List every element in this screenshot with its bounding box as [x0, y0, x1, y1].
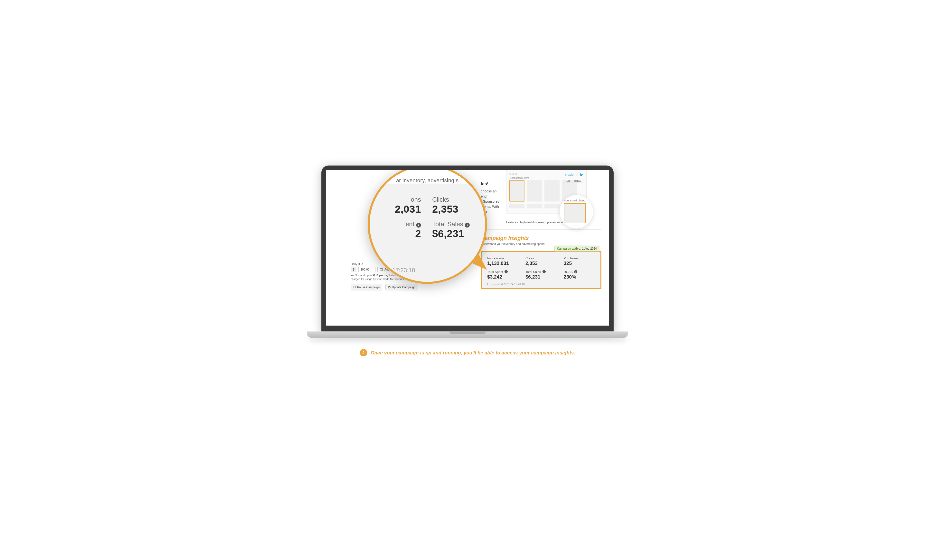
preview-card — [527, 204, 542, 208]
total-sales-label-text: Total Sales — [525, 270, 541, 274]
logo-a: trade — [565, 173, 573, 177]
zoom-card — [564, 203, 586, 223]
svg-rect-4 — [353, 286, 354, 288]
magnifier: ar inventory, advertising s ons 2,031 Cl… — [368, 170, 487, 284]
campaign-actions: Pause Campaign Update Campaign — [350, 284, 471, 290]
logo-b: me — [574, 173, 578, 177]
mag-impressions-label: ons — [382, 196, 421, 203]
total-sales-label: Total Salesi — [525, 270, 557, 274]
total-sales-value: $6,231 — [525, 274, 557, 280]
mag-spent: ent i 2 — [382, 220, 423, 240]
caption-text: Once your campaign is up and running, yo… — [370, 350, 576, 355]
step-badge: 4 — [360, 349, 367, 356]
info-icon[interactable]: i — [543, 270, 546, 274]
total-spent-label: Total Spenti — [487, 270, 518, 274]
clicks-label: Clicks — [525, 256, 557, 260]
purchases-label: Purchases — [564, 256, 595, 260]
insights-sub: Understand your inventory and advertisin… — [481, 242, 602, 246]
currency-prefix: $ — [350, 267, 356, 272]
metric-roas: ROASi 230% — [564, 270, 595, 280]
last-updated: Last updated: 2-09-24 17:23:10 — [487, 283, 595, 286]
preview-card — [545, 180, 560, 202]
mag-total-sales-label: Total Sales i — [432, 220, 473, 228]
mag-clicks-label: Clicks — [432, 196, 473, 203]
preview-wrap: trademe 🐦 ListGallery Sponsored Listing — [506, 170, 586, 224]
mag-clicks-value: 2,353 — [432, 203, 473, 215]
laptop-frame: Daily Bud $ 100.00 Aug-2024 You'll spend… — [321, 166, 614, 338]
mag-total-sales-label-text: Total Sales — [432, 220, 463, 228]
laptop-screen: Daily Bud $ 100.00 Aug-2024 You'll spend… — [326, 170, 609, 326]
tab-gallery[interactable]: Gallery — [572, 179, 583, 183]
mag-total-sales: Total Sales i $6,231 — [432, 220, 473, 240]
preview-zoom-circle: Sponsored Listing — [559, 195, 593, 229]
pause-icon — [353, 286, 356, 288]
metric-total-sales: Total Salesi $6,231 — [525, 270, 557, 280]
impressions-value: 1,132,031 — [487, 260, 518, 266]
update-label: Update Campaign — [392, 285, 416, 289]
mag-impressions-value: 2,031 — [382, 203, 421, 215]
right-column: les! choose an end r Sponsored ments. Wi… — [481, 170, 602, 321]
magnifier-grid: ons 2,031 Clicks 2,353 ent i 2 — [382, 196, 473, 240]
mag-clicks: Clicks 2,353 — [432, 196, 473, 215]
view-toggle[interactable]: ListGallery — [564, 179, 583, 183]
mag-spent-value: 2 — [382, 228, 421, 240]
laptop-bezel: Daily Bud $ 100.00 Aug-2024 You'll spend… — [321, 166, 614, 332]
metric-clicks: Clicks 2,353 — [525, 256, 557, 266]
magnifier-inner: ons 2,031 Clicks 2,353 ent i 2 — [370, 170, 485, 282]
insights-grid: Impressions 1,132,031 Clicks 2,353 Purch… — [487, 256, 595, 280]
info-icon[interactable]: i — [574, 270, 577, 274]
update-campaign-button[interactable]: Update Campaign — [386, 284, 418, 290]
magnifier-circle: ar inventory, advertising s ons 2,031 Cl… — [368, 170, 487, 284]
kiwi-icon: 🐦 — [579, 173, 583, 177]
svg-rect-5 — [355, 286, 355, 288]
pause-label: Pause Campaign — [357, 285, 380, 289]
insights-title: Campaign Insights — [481, 235, 602, 241]
caption: 4 Once your campaign is up and running, … — [292, 349, 643, 356]
mag-spent-label-text: ent — [406, 220, 414, 228]
insights-wrap: Campaign active: 1 Aug 2024 Impressions … — [481, 251, 602, 289]
total-spent-value: $3,242 — [487, 274, 518, 280]
roas-value: 230% — [564, 274, 595, 280]
impressions-label: Impressions — [487, 256, 518, 260]
mag-spent-label: ent i — [382, 220, 421, 228]
preview-card — [545, 204, 560, 208]
laptop-base — [307, 332, 628, 338]
divider — [481, 229, 602, 230]
metric-total-spent: Total Spenti $3,242 — [487, 270, 518, 280]
roas-label-text: ROAS — [564, 270, 573, 274]
zoom-label: Sponsored Listing — [564, 199, 593, 202]
active-pill-date: 1 Aug 2024 — [581, 247, 597, 250]
campaign-active-pill: Campaign active: 1 Aug 2024 — [554, 246, 599, 252]
preview-card — [509, 204, 525, 208]
preview-card — [527, 180, 542, 202]
info-icon[interactable]: i — [416, 223, 421, 228]
mag-impressions: ons 2,031 — [382, 196, 423, 215]
pause-campaign-button[interactable]: Pause Campaign — [350, 284, 382, 290]
svg-rect-6 — [389, 286, 390, 287]
tab-list[interactable]: List — [564, 179, 572, 183]
metric-purchases: Purchases 325 — [564, 256, 595, 266]
insights-card: Impressions 1,132,031 Clicks 2,353 Purch… — [481, 251, 602, 289]
preview-card-highlighted — [509, 180, 525, 202]
info-icon[interactable]: i — [465, 223, 470, 228]
purchases-value: 325 — [564, 260, 595, 266]
info-icon[interactable]: i — [505, 270, 508, 274]
clicks-value: 2,353 — [525, 260, 557, 266]
metric-impressions: Impressions 1,132,031 — [487, 256, 518, 266]
total-spent-label-text: Total Spent — [487, 270, 503, 274]
stage: Daily Bud $ 100.00 Aug-2024 You'll spend… — [292, 166, 643, 356]
roas-label: ROASi — [564, 270, 595, 274]
trademe-logo: trademe 🐦 — [565, 173, 583, 177]
mag-total-sales-value: $6,231 — [432, 228, 473, 240]
camera-dot — [467, 168, 469, 169]
save-icon — [388, 286, 390, 288]
active-pill-label: Campaign active: — [557, 247, 581, 250]
mag-timestamp: 23 17:23:10 — [384, 267, 415, 274]
